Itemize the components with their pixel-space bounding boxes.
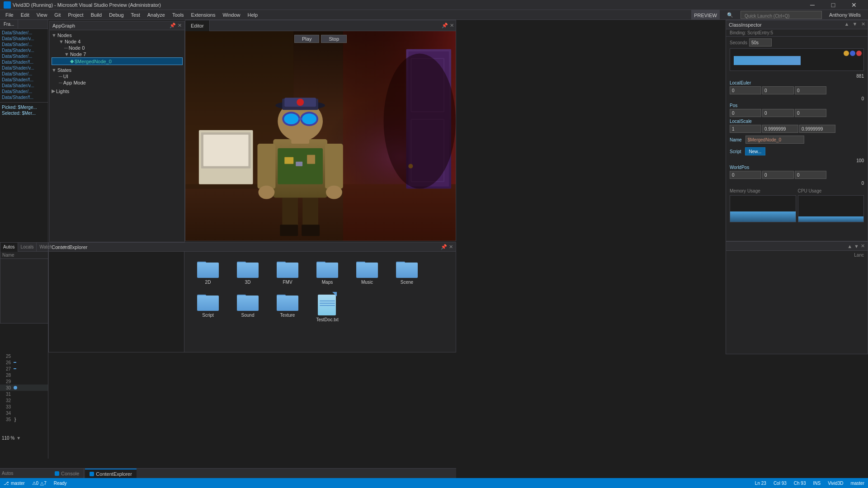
file-item[interactable]: Data/Shader/v... (0, 83, 48, 89)
folder-fmv[interactable]: FMV (269, 257, 306, 286)
tree-appmode[interactable]: ─ App Mode (52, 80, 183, 86)
seconds-input[interactable] (749, 38, 772, 47)
pos-z[interactable] (795, 109, 826, 117)
file-item[interactable]: Data/Shader/f... (0, 59, 48, 65)
tree-node0[interactable]: ─ Node 0 (52, 45, 183, 51)
menu-tools[interactable]: Tools (169, 10, 188, 20)
inspector-bottom-header: ▲ ▼ ✕ (726, 242, 868, 251)
worldpos-section: WorldPos (726, 164, 868, 180)
stop-button[interactable]: Stop (321, 35, 347, 43)
tree-node4[interactable]: ▼ Node 4 (52, 38, 183, 45)
maximize-button[interactable]: □ (823, 0, 844, 10)
inspector-close[interactable]: ✕ (859, 21, 867, 27)
euler-y[interactable] (762, 86, 794, 94)
appgraph-close[interactable]: ✕ (178, 23, 182, 28)
content-explorer-close[interactable]: ✕ (449, 244, 453, 250)
line-28: 28 (0, 372, 48, 378)
autos-col-value (24, 253, 47, 258)
autos-close[interactable]: ✕ (67, 244, 75, 249)
folder-3d[interactable]: 3D (230, 257, 266, 286)
script-new-button[interactable]: New... (745, 147, 766, 155)
menu-view[interactable]: View (33, 10, 51, 20)
menu-project[interactable]: Project (64, 10, 87, 20)
inspector-scroll-up[interactable]: ▲ (843, 21, 850, 27)
worldpos-y[interactable] (762, 171, 794, 179)
tree-node7[interactable]: ▼ Node 7 (52, 51, 183, 57)
menu-file[interactable]: File (2, 10, 17, 20)
folder-2d[interactable]: 2D (190, 257, 226, 286)
file-item[interactable]: Data/Shader/v... (0, 47, 48, 53)
file-item[interactable]: Data/Shader/... (0, 71, 48, 77)
euler-z[interactable] (795, 86, 826, 94)
menu-window[interactable]: Window (219, 10, 244, 20)
folder-music[interactable]: Music (349, 257, 385, 286)
class-inspector-header: ClassInspector ▲ ▼ ✕ (726, 20, 868, 29)
autos-tab[interactable]: Autos (0, 243, 18, 252)
file-item[interactable]: Data/Shader/... (0, 30, 48, 36)
vivid3d-label: Vivid3D (828, 481, 843, 486)
tree-ui[interactable]: ─ UI (52, 73, 183, 80)
inspector2-scroll-up[interactable]: ▲ (847, 244, 852, 249)
file-testdoc[interactable]: TestDoc.txt (309, 290, 345, 324)
euler-x[interactable] (730, 86, 761, 94)
appgraph-pin[interactable]: 📌 (170, 23, 176, 28)
name-input[interactable] (745, 136, 804, 144)
folder-scene[interactable]: Scene (389, 257, 425, 286)
file-item[interactable]: Data/Shader/... (0, 42, 48, 47)
editor-tab[interactable]: Editor (185, 20, 210, 31)
menu-analyze[interactable]: Analyze (144, 10, 169, 20)
frame-tab[interactable]: Fra... (0, 20, 18, 29)
autos-scroll-up[interactable]: ▲ (55, 244, 61, 249)
inspector2-scroll-down[interactable]: ▼ (854, 244, 859, 249)
tree-merged-node[interactable]: ◆ $MergedNode_0 (52, 57, 183, 65)
scale-x[interactable] (730, 125, 761, 133)
folder-script[interactable]: Script (190, 290, 226, 324)
minimize-button[interactable]: ─ (802, 0, 823, 10)
console-tab[interactable]: Console (50, 469, 84, 479)
scale-y[interactable] (762, 125, 798, 133)
file-item[interactable]: Data/Shader/f... (0, 77, 48, 83)
menu-help[interactable]: Help (244, 10, 262, 20)
worldpos-x[interactable] (730, 171, 761, 179)
editor-panel: Editor 📌 ✕ Play Stop (185, 20, 456, 241)
autos-bottom-tabs: Autos (0, 468, 48, 478)
play-button[interactable]: Play (294, 35, 319, 43)
pos-x[interactable] (730, 109, 761, 117)
folder-sound[interactable]: Sound (230, 290, 266, 324)
file-item[interactable]: Data/Shader/v... (0, 36, 48, 42)
editor-pin[interactable]: 📌 (442, 23, 448, 28)
folder-maps[interactable]: Maps (309, 257, 345, 286)
menu-extensions[interactable]: Extensions (188, 10, 219, 20)
menu-debug[interactable]: Debug (105, 10, 127, 20)
folder-texture[interactable]: Texture (269, 290, 306, 324)
menu-build[interactable]: Build (87, 10, 105, 20)
content-explorer-pin[interactable]: 📌 (441, 244, 447, 250)
worldpos-z[interactable] (795, 171, 826, 179)
tree-label-nodes[interactable]: Nodes (57, 33, 72, 38)
locals-tab[interactable]: Locals (18, 243, 37, 252)
close-button[interactable]: ✕ (844, 0, 864, 10)
tree-label-states[interactable]: States (57, 67, 71, 73)
editor-viewport: Play Stop (185, 31, 456, 241)
file-item[interactable]: Data/Shader/f... (0, 94, 48, 100)
content-explorer-tab[interactable]: ContentExplorer (85, 469, 137, 479)
bottom-tabs-bar: Console ContentExplorer (48, 468, 456, 478)
file-item[interactable]: Data/Shader/v... (0, 65, 48, 71)
zoom-dropdown[interactable]: ▼ (16, 436, 21, 441)
preview-label: PREVIEW (691, 10, 720, 20)
svg-point-25 (326, 186, 342, 199)
tree-label-lights[interactable]: Lights (56, 89, 69, 94)
scale-z[interactable] (799, 125, 835, 133)
watch-tab[interactable]: Watch (37, 243, 55, 252)
inspector2-close[interactable]: ✕ (861, 243, 865, 249)
quick-launch-input[interactable]: Quick Launch (Ctrl+Q) (741, 11, 822, 19)
file-item[interactable]: Data/Shader/... (0, 53, 48, 59)
inspector-scroll-down[interactable]: ▼ (851, 21, 859, 27)
menu-git[interactable]: Git (51, 10, 64, 20)
menu-test[interactable]: Test (127, 10, 144, 20)
editor-close[interactable]: ✕ (450, 23, 454, 28)
file-item[interactable]: Data/Shader/... (0, 89, 48, 94)
pos-y[interactable] (762, 109, 794, 117)
menu-edit[interactable]: Edit (17, 10, 33, 20)
autos-scroll-down[interactable]: ▼ (61, 244, 67, 249)
